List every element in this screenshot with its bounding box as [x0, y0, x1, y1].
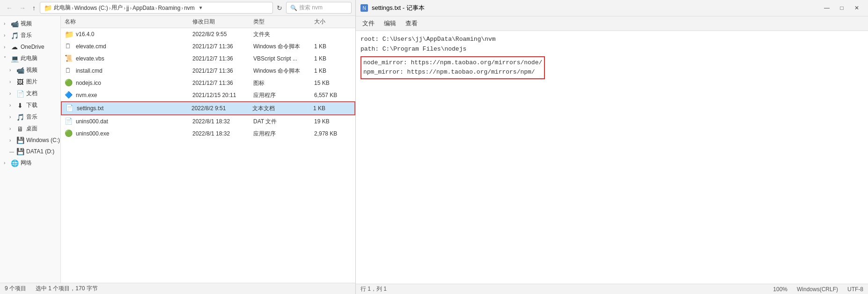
search-placeholder: 搜索 nvm	[299, 4, 323, 12]
cmd-icon: 🗒	[65, 67, 73, 75]
item-count: 9 个项目	[5, 285, 26, 293]
titlebar-controls: — □ ✕	[820, 3, 863, 13]
notepad-content[interactable]: root: C:\Users\jj\AppData\Roaming\nvm pa…	[356, 31, 868, 284]
sidebar-item-network[interactable]: › 🌐 网络	[0, 157, 60, 169]
notepad-app-icon: N	[360, 4, 368, 12]
sidebar-label: 此电脑	[21, 54, 37, 62]
explorer-statusbar: 9 个项目 选中 1 个项目，170 字节	[0, 283, 355, 294]
address-dropdown-button[interactable]: ▼	[197, 4, 205, 11]
sidebar-label: 音乐	[21, 31, 32, 39]
search-bar[interactable]: 🔍 搜索 nvm	[286, 2, 352, 14]
charset: UTF-8	[847, 286, 863, 293]
video-icon: 📹	[11, 20, 18, 28]
expand-icon: ›	[9, 79, 14, 84]
file-modified: 2021/12/7 11:36	[192, 55, 253, 62]
expand-icon: ›	[9, 126, 14, 131]
expand-icon: ›	[9, 68, 14, 73]
sidebar-label: DATA1 (D:)	[26, 148, 54, 155]
sidebar-item-onedrive[interactable]: › ☁ OneDrive	[0, 41, 60, 53]
col-modified[interactable]: 修改日期	[192, 18, 253, 26]
file-explorer-window: ← → ↑ 📁 此电脑 › Windows (C:) › 用户 › jj › A…	[0, 0, 356, 294]
addr-part-users: 用户	[111, 4, 123, 12]
sidebar-item-documents[interactable]: › 📄 文档	[0, 88, 60, 99]
highlighted-section: node_mirror: https://npm.taobao.org/mirr…	[360, 56, 863, 80]
menu-edit[interactable]: 编辑	[379, 17, 401, 30]
expand-icon: ›	[4, 33, 8, 38]
refresh-button[interactable]: ↻	[275, 3, 284, 13]
up-button[interactable]: ↑	[30, 3, 38, 13]
file-size: 1 KB	[314, 55, 352, 62]
file-name-cell: 🟢 nodejs.ico	[65, 79, 192, 87]
table-row[interactable]: 🗒 elevate.cmd 2021/12/7 11:36 Windows 命令…	[61, 40, 355, 53]
sidebar-item-videos-sub[interactable]: › 📹 视频	[0, 64, 60, 76]
file-type: DAT 文件	[253, 118, 314, 126]
maximize-button[interactable]: □	[835, 3, 848, 13]
video-icon: 📹	[16, 67, 24, 74]
file-modified: 2022/8/1 18:32	[192, 118, 253, 125]
zoom-level: 100%	[773, 286, 787, 293]
selected-info: 选中 1 个项目，170 字节	[36, 285, 98, 293]
sidebar-label: 网络	[21, 159, 32, 167]
sidebar-label: 图片	[26, 78, 37, 86]
addr-part-roaming: Roaming	[158, 5, 180, 11]
file-name: settings.txt	[77, 105, 103, 112]
exe-icon: 🔷	[65, 91, 73, 99]
documents-icon: 📄	[16, 90, 24, 98]
expand-icon: ›	[4, 21, 8, 26]
table-row[interactable]: 🔷 nvm.exe 2021/12/15 20:11 应用程序 6,557 KB	[61, 89, 355, 101]
computer-icon: 💻	[11, 55, 18, 62]
exe-icon: 🟢	[65, 129, 73, 138]
sidebar-item-thispc[interactable]: ˅ 💻 此电脑	[0, 53, 60, 64]
search-icon: 🔍	[290, 5, 297, 11]
minimize-button[interactable]: —	[820, 3, 833, 13]
address-bar[interactable]: 📁 此电脑 › Windows (C:) › 用户 › jj › AppData…	[40, 2, 273, 14]
col-name[interactable]: 名称	[65, 18, 192, 26]
table-row[interactable]: 🟢 nodejs.ico 2021/12/7 11:36 图标 15 KB	[61, 77, 355, 89]
file-list-header: 名称 修改日期 类型 大小	[61, 16, 355, 28]
content-line1: root: C:\Users\jj\AppData\Roaming\nvm	[360, 35, 863, 45]
sidebar-item-music-sub[interactable]: › 🎵 音乐	[0, 111, 60, 123]
menu-file[interactable]: 文件	[358, 17, 379, 30]
folder-icon: 📁	[65, 30, 73, 38]
table-row[interactable]: 📜 elevate.vbs 2021/12/7 11:36 VBScript S…	[61, 53, 355, 65]
sidebar-item-pictures[interactable]: › 🖼 图片	[0, 76, 60, 88]
sidebar-item-music-top[interactable]: › 🎵 音乐	[0, 30, 60, 41]
notepad-titlebar: N settings.txt - 记事本 — □ ✕	[356, 0, 868, 16]
ico-icon: 🟢	[65, 79, 73, 87]
onedrive-icon: ☁	[11, 43, 18, 51]
file-name: nvm.exe	[76, 92, 97, 98]
file-type: 文件夹	[253, 30, 314, 38]
table-row[interactable]: 🗒 install.cmd 2021/12/7 11:36 Windows 命令…	[61, 65, 355, 77]
content-line3: node_mirror: https://npm.taobao.org/mirr…	[363, 58, 542, 68]
col-type[interactable]: 类型	[253, 18, 314, 26]
file-name: unins000.dat	[76, 118, 108, 125]
sidebar-label: 视频	[21, 20, 32, 28]
sidebar-label: 视频	[26, 66, 37, 74]
file-size: 1 KB	[314, 68, 352, 74]
table-row-selected[interactable]: 📄 settings.txt 2022/8/2 9:51 文本文档 1 KB	[61, 101, 355, 115]
sidebar-label: 音乐	[26, 113, 37, 121]
statusbar-right: 100% Windows(CRLF) UTF-8	[773, 286, 863, 293]
forward-button[interactable]: →	[17, 3, 28, 13]
notepad-window: N settings.txt - 记事本 — □ ✕ 文件 编辑 查看 root…	[356, 0, 868, 294]
close-button[interactable]: ✕	[850, 3, 863, 13]
menu-view[interactable]: 查看	[401, 17, 422, 30]
back-button[interactable]: ←	[4, 3, 15, 13]
table-row[interactable]: 📁 v16.4.0 2022/8/2 9:55 文件夹	[61, 28, 355, 40]
sidebar-item-downloads[interactable]: › ⬇ 下载	[0, 99, 60, 111]
table-row[interactable]: 🟢 unins000.exe 2022/8/1 18:32 应用程序 2,978…	[61, 128, 355, 140]
sidebar-item-winc[interactable]: › 💾 Windows (C:)	[0, 135, 60, 146]
file-modified: 2021/12/7 11:36	[192, 68, 253, 74]
notepad-statusbar: 行 1，列 1 100% Windows(CRLF) UTF-8	[356, 284, 868, 294]
music-icon: 🎵	[11, 32, 18, 39]
sidebar-item-desktop[interactable]: › 🖥 桌面	[0, 123, 60, 135]
file-name-cell: 🗒 elevate.cmd	[65, 42, 192, 51]
sidebar-item-data1[interactable]: — 💾 DATA1 (D:)	[0, 146, 60, 157]
file-name-cell: 🔷 nvm.exe	[65, 91, 192, 99]
sidebar-item-videos-top[interactable]: › 📹 视频	[0, 18, 60, 30]
notepad-icon-label: N	[362, 6, 366, 11]
table-row[interactable]: 📄 unins000.dat 2022/8/1 18:32 DAT 文件 19 …	[61, 115, 355, 128]
file-modified: 2021/12/7 11:36	[192, 80, 253, 86]
file-name: unins000.exe	[76, 130, 109, 137]
col-size[interactable]: 大小	[314, 18, 352, 26]
